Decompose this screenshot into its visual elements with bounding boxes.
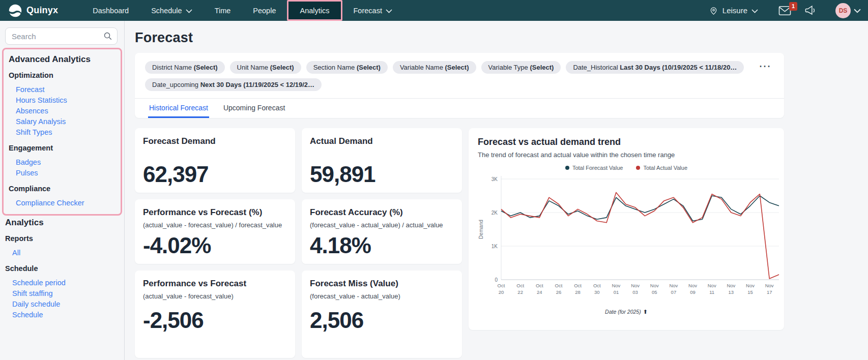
legend-label: Total Forecast Value: [572, 165, 623, 171]
sidebar-group-compliance: Compliance: [9, 185, 119, 193]
filter-chip-unit-name[interactable]: Unit Name (Select): [230, 61, 301, 74]
svg-text:01: 01: [614, 289, 619, 295]
chip-name: Date_Historical: [573, 64, 618, 71]
nav-item-label: Analytics: [300, 7, 329, 15]
avatar[interactable]: DS: [835, 3, 851, 18]
nav-item-schedule[interactable]: Schedule: [140, 0, 203, 21]
sort-ascending-icon[interactable]: ⬆: [643, 309, 648, 315]
sidebar-heading-advanced-analytics: Advanced Analytics: [9, 54, 119, 65]
nav-item-label: Schedule: [151, 7, 182, 15]
svg-text:24: 24: [537, 289, 542, 295]
nav-item-label: People: [253, 7, 276, 15]
svg-text:09: 09: [690, 289, 696, 295]
sidebar-item-salary-analysis[interactable]: Salary Analysis: [9, 116, 119, 127]
chevron-down-icon: [186, 7, 192, 15]
chart-xaxis-caption: Date (for 2025)⬆: [478, 309, 775, 315]
sidebar-item-compliance-checker[interactable]: Compliance Checker: [9, 197, 119, 208]
filter-chip-date-historical[interactable]: Date_Historical Last 30 Days (10/19/2025…: [566, 61, 744, 74]
chart-title: Forecast vs actual demand trend: [478, 137, 775, 147]
nav-item-forecast[interactable]: Forecast: [342, 0, 403, 21]
card-performance-vs-forecast: Performance vs Forecast (actual_value - …: [135, 271, 295, 358]
nav-item-people[interactable]: People: [242, 0, 287, 21]
svg-text:15: 15: [747, 289, 753, 295]
sidebar-group-engagement: Engagement: [9, 144, 119, 152]
svg-text:1K: 1K: [491, 244, 498, 249]
metric-title: Actual Demand: [310, 136, 454, 146]
sidebar-item-hours-statistics[interactable]: Hours Statistics: [9, 95, 119, 105]
xaxis-label: Date (for 2025): [605, 309, 641, 315]
metric-formula: (forecast_value - actual_value): [310, 292, 454, 300]
svg-text:Oct: Oct: [593, 283, 601, 288]
metric-value: 62,397: [143, 163, 287, 186]
sidebar-item-schedule-period[interactable]: Schedule period: [5, 277, 119, 288]
metric-formula: (forecast_value - actual_value) / actual…: [310, 221, 454, 229]
svg-text:Nov: Nov: [746, 283, 755, 288]
search-box: [5, 27, 118, 45]
filter-chip-district-name[interactable]: District Name (Select): [145, 61, 225, 74]
sidebar-heading-analytics: Analytics: [5, 218, 119, 228]
svg-text:Nov: Nov: [631, 283, 640, 288]
sidebar-item-pulses[interactable]: Pulses: [9, 167, 119, 178]
chip-name: Date_upcoming: [152, 81, 198, 88]
nav-item-label: Dashboard: [93, 7, 129, 15]
sidebar-group-optimization: Optimization: [9, 71, 119, 79]
legend-dot: [636, 166, 640, 170]
page-title: Forecast: [135, 30, 784, 46]
legend-dot: [565, 166, 569, 170]
sidebar-item-shift-staffing[interactable]: Shift staffing: [5, 288, 119, 298]
svg-text:03: 03: [632, 289, 638, 295]
sidebar-item-forecast[interactable]: Forecast: [9, 84, 119, 95]
location-label: Leisure: [722, 6, 747, 15]
sidebar-item-absences[interactable]: Absences: [9, 105, 119, 116]
filter-chip-variable-type[interactable]: Variable Type (Select): [481, 61, 561, 74]
svg-text:2K: 2K: [491, 210, 498, 216]
forecast-tabs: Historical Forecast Upcoming Forecast: [135, 98, 784, 118]
sidebar-item-shift-types[interactable]: Shift Types: [9, 127, 119, 137]
chip-value: (Select): [357, 64, 381, 71]
nav-item-dashboard[interactable]: Dashboard: [81, 0, 140, 21]
nav-item-analytics[interactable]: Analytics: [287, 0, 342, 21]
sidebar-item-daily-schedule[interactable]: Daily schedule: [5, 298, 119, 309]
top-navbar: Quinyx Dashboard Schedule Time People An…: [0, 0, 868, 21]
svg-text:Nov: Nov: [688, 283, 697, 288]
announcements-button[interactable]: [804, 5, 816, 16]
card-forecast-accuracy-pct: Forecast Accuracy (%) (forecast_value - …: [302, 199, 462, 264]
search-input[interactable]: [5, 27, 118, 45]
card-forecast-miss-value: Forecast Miss (Value) (forecast_value - …: [302, 271, 462, 358]
svg-text:Oct: Oct: [574, 283, 582, 288]
svg-text:28: 28: [575, 289, 581, 295]
svg-text:07: 07: [671, 289, 677, 295]
chip-value: Next 30 Days (11/19/2025 < 12/19/2…: [200, 81, 314, 88]
filter-chip-section-name[interactable]: Section Name (Select): [306, 61, 388, 74]
tab-historical-forecast[interactable]: Historical Forecast: [148, 99, 209, 118]
sidebar-item-schedule[interactable]: Schedule: [5, 309, 119, 320]
svg-text:Oct: Oct: [555, 283, 563, 288]
chart-subtitle: The trend of forecast and actual value w…: [478, 151, 775, 159]
metric-value: -2,506: [143, 309, 287, 332]
filter-chip-variable-name[interactable]: Variable Name (Select): [393, 61, 476, 74]
trend-chart-card: Forecast vs actual demand trend The tren…: [469, 128, 784, 330]
quinyx-logo[interactable]: Quinyx: [8, 4, 58, 18]
messages-button[interactable]: 1: [778, 6, 791, 16]
legend-item-forecast[interactable]: Total Forecast Value: [565, 165, 623, 171]
svg-text:22: 22: [517, 289, 523, 295]
tab-upcoming-forecast[interactable]: Upcoming Forecast: [222, 99, 286, 118]
svg-text:13: 13: [729, 289, 734, 295]
chevron-down-icon[interactable]: [854, 6, 861, 15]
svg-text:Oct: Oct: [516, 283, 524, 288]
sidebar-item-all[interactable]: All: [5, 247, 119, 258]
filter-chips: District Name (Select) Unit Name (Select…: [135, 53, 784, 98]
card-performance-vs-forecast-pct: Performance vs Forecast (%) (actual_valu…: [135, 199, 295, 264]
location-selector[interactable]: Leisure: [709, 6, 758, 16]
more-options-icon[interactable]: ⋯: [759, 60, 772, 72]
nav-item-time[interactable]: Time: [204, 0, 242, 21]
metric-title: Forecast Demand: [143, 136, 287, 146]
navbar-right: Leisure 1 DS: [709, 3, 861, 18]
metric-value: 59,891: [310, 163, 454, 186]
legend-item-actual[interactable]: Total Actual Value: [636, 165, 687, 171]
filter-chip-date-upcoming[interactable]: Date_upcoming Next 30 Days (11/19/2025 <…: [145, 78, 322, 91]
quinyx-logo-icon: [8, 4, 22, 18]
notification-badge: 1: [789, 2, 797, 11]
svg-text:Nov: Nov: [765, 283, 774, 288]
sidebar-item-badges[interactable]: Badges: [9, 157, 119, 167]
